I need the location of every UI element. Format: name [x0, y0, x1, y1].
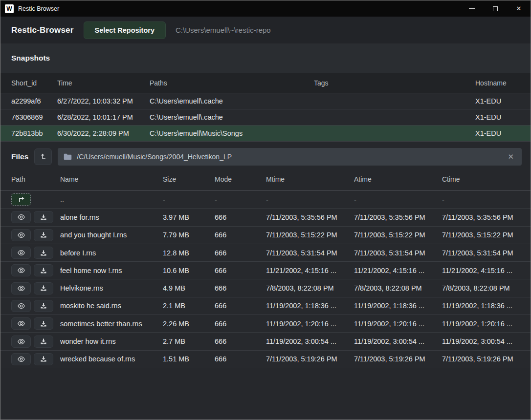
- preview-file-button[interactable]: [11, 282, 31, 294]
- download-file-button[interactable]: [34, 282, 53, 294]
- file-ctime: 7/11/2003, 5:15:22 PM: [442, 231, 531, 239]
- file-atime: 7/11/2003, 5:35:56 PM: [354, 213, 442, 221]
- column-header-short-id: Short_id: [11, 79, 57, 87]
- maximize-button[interactable]: [484, 0, 507, 17]
- file-size: 2.1 MB: [163, 302, 215, 310]
- preview-file-button[interactable]: [11, 264, 31, 276]
- file-row[interactable]: Helvikone.rns 4.9 MB 666 7/8/2003, 8:22:…: [0, 279, 531, 297]
- snapshot-short-id: 72b813bb: [11, 129, 57, 137]
- parent-directory-row[interactable]: .. - - - - -: [0, 191, 531, 209]
- file-mtime: 7/11/2003, 5:31:54 PM: [266, 249, 354, 257]
- eye-icon: [17, 338, 25, 345]
- snapshot-paths: C:\Users\emuell\Music\Songs: [150, 129, 314, 137]
- snapshot-hostname: X1-EDU: [475, 97, 531, 105]
- column-header-tags: Tags: [314, 79, 475, 87]
- file-atime: 7/11/2003, 5:19:26 PM: [354, 355, 442, 363]
- app-header: Restic-Browser Select Repository C:\User…: [0, 17, 531, 43]
- column-header-mtime: Mtime: [266, 175, 354, 183]
- file-name: feel home now !.rns: [60, 267, 163, 274]
- download-file-button[interactable]: [34, 229, 53, 241]
- snapshot-row[interactable]: 72b813bb 6/30/2022, 2:28:09 PM C:\Users\…: [0, 126, 531, 142]
- download-file-button[interactable]: [34, 353, 53, 365]
- file-row[interactable]: and you thought I.rns 7.79 MB 666 7/11/2…: [0, 227, 531, 244]
- file-row[interactable]: feel home now !.rns 10.6 MB 666 11/21/20…: [0, 262, 531, 279]
- file-name: ..: [60, 196, 163, 204]
- preview-file-button[interactable]: [11, 353, 31, 365]
- download-file-button[interactable]: [34, 336, 53, 348]
- file-mtime: 11/19/2002, 3:00:54 ...: [266, 337, 354, 345]
- up-right-arrow-icon: [18, 196, 25, 203]
- download-icon: [40, 267, 47, 274]
- snapshot-paths: C:\Users\emuell\.cache: [150, 97, 314, 105]
- window-title: Restic Browser: [18, 5, 59, 12]
- file-mtime: 7/11/2003, 5:15:22 PM: [266, 231, 354, 239]
- file-row[interactable]: wrecked because of.rns 1.51 MB 666 7/11/…: [0, 351, 531, 368]
- file-mtime: 7/11/2003, 5:19:26 PM: [266, 355, 354, 363]
- file-atime: 7/8/2003, 8:22:08 PM: [354, 284, 442, 292]
- file-size: 2.7 MB: [163, 337, 215, 345]
- snapshot-row[interactable]: 76306869 6/28/2022, 10:01:17 PM C:\Users…: [0, 109, 531, 126]
- file-row[interactable]: sometimes better than.rns 2.26 MB 666 11…: [0, 315, 531, 333]
- column-header-ctime: Ctime: [442, 175, 531, 183]
- eye-icon: [17, 267, 25, 273]
- file-row[interactable]: wonder how it.rns 2.7 MB 666 11/19/2002,…: [0, 333, 531, 350]
- download-file-button[interactable]: [34, 300, 53, 312]
- files-bar: Files /C/Users/emuell/Music/Songs/2004_H…: [0, 146, 531, 168]
- clear-path-button[interactable]: ✕: [506, 151, 516, 162]
- file-mode: 666: [215, 355, 266, 363]
- file-mode: 666: [215, 213, 266, 221]
- file-ctime: 7/11/2003, 5:35:56 PM: [442, 213, 531, 221]
- preview-file-button[interactable]: [11, 211, 31, 223]
- breadcrumb-path: /C/Users/emuell/Music/Songs/2004_Helveti…: [77, 153, 501, 161]
- preview-file-button[interactable]: [11, 229, 31, 241]
- column-header-size: Size: [163, 175, 215, 183]
- download-icon: [40, 356, 47, 362]
- file-name: before I.rns: [60, 249, 163, 257]
- files-table: .. - - - - -: [0, 191, 531, 368]
- file-size: 4.9 MB: [163, 284, 215, 292]
- file-size: 3.97 MB: [163, 213, 215, 221]
- minimize-icon: [469, 8, 475, 9]
- close-button[interactable]: ✕: [507, 0, 531, 17]
- app-window: W Restic Browser ✕ Restic-Browser Select…: [0, 0, 531, 420]
- level-up-button[interactable]: [34, 148, 52, 165]
- section-divider: [0, 142, 531, 146]
- file-ctime: 7/11/2003, 5:19:26 PM: [442, 355, 531, 363]
- preview-file-button[interactable]: [11, 317, 31, 330]
- go-up-directory-button[interactable]: [11, 193, 31, 206]
- file-atime: 11/21/2002, 4:15:16 ...: [354, 267, 442, 274]
- snapshot-short-id: a2299af6: [11, 97, 57, 105]
- file-ctime: 11/19/2002, 1:18:36 ...: [442, 302, 531, 310]
- preview-file-button[interactable]: [11, 300, 31, 312]
- file-row[interactable]: moskito he said.rns 2.1 MB 666 11/19/200…: [0, 297, 531, 315]
- download-file-button[interactable]: [34, 211, 53, 223]
- download-file-button[interactable]: [34, 264, 53, 276]
- file-mode: 666: [215, 337, 266, 345]
- snapshot-time: 6/28/2022, 10:01:17 PM: [57, 113, 150, 121]
- snapshot-row[interactable]: a2299af6 6/27/2022, 10:03:32 PM C:\Users…: [0, 93, 531, 109]
- eye-icon: [17, 320, 25, 327]
- file-name: alone for.rns: [60, 213, 163, 221]
- minimize-button[interactable]: [460, 0, 484, 17]
- preview-file-button[interactable]: [11, 336, 31, 348]
- preview-file-button[interactable]: [11, 247, 31, 259]
- path-breadcrumb[interactable]: /C/Users/emuell/Music/Songs/2004_Helveti…: [58, 148, 522, 166]
- download-file-button[interactable]: [34, 247, 53, 259]
- file-name: moskito he said.rns: [60, 302, 163, 310]
- titlebar: W Restic Browser ✕: [0, 0, 531, 17]
- select-repository-button[interactable]: Select Repository: [84, 21, 166, 39]
- file-atime: -: [354, 196, 442, 204]
- file-row[interactable]: before I.rns 12.8 MB 666 7/11/2003, 5:31…: [0, 244, 531, 262]
- file-mtime: 11/19/2002, 1:18:36 ...: [266, 302, 354, 310]
- maximize-icon: [493, 6, 498, 11]
- file-name: wrecked because of.rns: [60, 355, 163, 363]
- file-ctime: -: [442, 196, 531, 204]
- file-ctime: 7/8/2003, 8:22:08 PM: [442, 284, 531, 292]
- file-size: 10.6 MB: [163, 267, 215, 274]
- download-file-button[interactable]: [34, 317, 53, 330]
- wails-logo-icon: W: [5, 4, 14, 13]
- column-header-name: Name: [60, 175, 163, 183]
- file-row[interactable]: alone for.rns 3.97 MB 666 7/11/2003, 5:3…: [0, 209, 531, 226]
- file-mode: 666: [215, 231, 266, 239]
- download-icon: [40, 320, 47, 327]
